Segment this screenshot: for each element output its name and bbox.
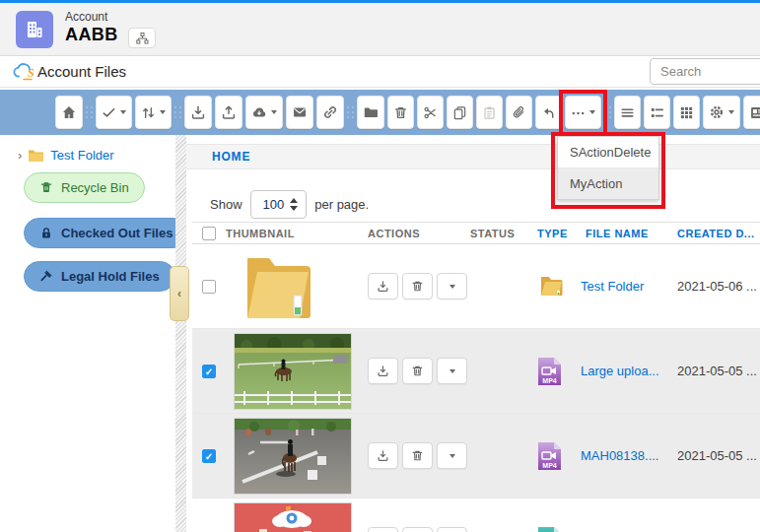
legal-hold-files-label: Legal Hold Files xyxy=(61,269,160,284)
chevron-right-icon[interactable]: › xyxy=(18,148,22,163)
copy-button[interactable] xyxy=(447,96,473,129)
folder-icon xyxy=(28,149,44,163)
select-all-checkbox[interactable] xyxy=(202,227,216,240)
attach-button[interactable] xyxy=(506,96,532,129)
checked-out-files-label: Checked Out Files xyxy=(61,226,173,240)
toolbar-separator xyxy=(86,103,93,121)
row-checkbox[interactable] xyxy=(202,365,216,378)
detail-view-button[interactable] xyxy=(644,96,670,129)
lock-icon xyxy=(39,226,53,240)
col-thumbnail: THUMBNAIL xyxy=(226,228,346,239)
new-folder-button[interactable] xyxy=(357,96,384,129)
sidebar-folder-label[interactable]: Test Folder xyxy=(50,148,113,163)
menu-item-sactiondelete[interactable]: SActionDelete xyxy=(558,137,658,168)
col-created-date[interactable]: CREATED D... xyxy=(677,228,760,239)
recycle-bin-button[interactable]: Recycle Bin xyxy=(24,172,145,203)
breadcrumb-home[interactable]: HOME xyxy=(212,150,250,164)
email-button[interactable] xyxy=(286,96,313,129)
sidebar-splitter[interactable] xyxy=(175,135,186,532)
email-icon xyxy=(292,104,308,120)
upload-button[interactable] xyxy=(215,96,242,129)
file-name-link[interactable]: Test Folder xyxy=(581,279,677,294)
download-button[interactable] xyxy=(184,96,212,129)
more-actions-button[interactable] xyxy=(565,96,601,129)
svg-text:S: S xyxy=(28,66,35,80)
cut-button[interactable] xyxy=(417,96,444,129)
paste-button[interactable] xyxy=(476,96,503,129)
row-download-button[interactable] xyxy=(368,527,398,532)
thumbnail-horse-field-video[interactable] xyxy=(234,333,352,410)
trash-icon xyxy=(411,449,424,462)
download-icon xyxy=(377,280,389,293)
row-download-button[interactable] xyxy=(368,273,398,299)
row-delete-button[interactable] xyxy=(402,527,433,532)
cloud-download-button[interactable] xyxy=(245,96,283,129)
file-name-link[interactable]: MAH08138.... xyxy=(581,448,677,463)
select-all-button[interactable] xyxy=(96,96,132,129)
row-actions xyxy=(368,358,470,384)
sidebar-collapse-handle[interactable]: ‹ xyxy=(170,266,189,321)
step-down-icon[interactable] xyxy=(290,206,298,211)
col-actions: ACTIONS xyxy=(368,228,470,239)
row-more-button[interactable] xyxy=(437,527,467,532)
row-actions xyxy=(368,442,470,469)
paste-icon xyxy=(482,105,497,120)
row-download-button[interactable] xyxy=(368,358,398,384)
step-up-icon[interactable] xyxy=(290,198,298,203)
thumbnail-folder[interactable] xyxy=(234,250,318,323)
account-files-page: Account AABB S Account Files xyxy=(0,0,760,532)
page-size-value: 100 xyxy=(251,197,291,212)
sort-button[interactable] xyxy=(135,96,172,129)
record-header: Account AABB xyxy=(0,3,760,56)
move-arrow-icon xyxy=(541,105,556,120)
home-button[interactable] xyxy=(55,96,83,129)
row-actions xyxy=(368,273,470,299)
move-button[interactable] xyxy=(535,96,562,129)
col-file-name[interactable]: FILE NAME xyxy=(586,228,677,239)
thumbnail-horse-arena-video[interactable] xyxy=(234,418,352,495)
chevron-down-icon xyxy=(449,369,455,373)
link-button[interactable] xyxy=(316,96,344,129)
card-view-button[interactable] xyxy=(743,96,760,129)
breadcrumb-bar: HOME xyxy=(186,144,760,169)
search-input[interactable] xyxy=(650,58,760,85)
account-entity-icon xyxy=(16,11,53,48)
grid-view-button[interactable] xyxy=(673,96,700,129)
row-more-button[interactable] xyxy=(437,273,467,299)
created-date: 2021-05-05 ... xyxy=(677,448,760,463)
row-delete-button[interactable] xyxy=(402,358,433,384)
thumbnail-employee-illustration[interactable] xyxy=(234,502,352,532)
table-body: Test Folder 2021-05-06 ... xyxy=(192,244,760,532)
hierarchy-icon xyxy=(136,33,149,44)
trash-icon xyxy=(411,280,424,293)
delete-button[interactable] xyxy=(387,96,414,129)
row-download-button[interactable] xyxy=(368,442,398,469)
row-delete-button[interactable] xyxy=(402,442,433,469)
row-more-button[interactable] xyxy=(437,442,467,469)
grid-icon xyxy=(679,105,694,120)
file-name-link[interactable]: Large uploa... xyxy=(581,364,677,378)
entity-label: Account xyxy=(65,10,107,24)
row-more-button[interactable] xyxy=(437,358,467,384)
list-view-button[interactable] xyxy=(614,96,641,129)
chevron-down-icon xyxy=(728,110,734,114)
row-delete-button[interactable] xyxy=(402,273,433,299)
download-icon xyxy=(377,449,389,462)
view-hierarchy-button[interactable] xyxy=(128,28,156,48)
row-checkbox[interactable] xyxy=(202,449,216,463)
stepper-arrows[interactable] xyxy=(290,198,306,211)
files-cloud-logo-icon: S xyxy=(12,61,37,85)
gavel-icon xyxy=(39,269,53,284)
type-folder-icon xyxy=(537,274,565,299)
legal-hold-files-button[interactable]: Legal Hold Files xyxy=(24,261,175,292)
settings-button[interactable] xyxy=(703,96,740,129)
page-size-stepper[interactable]: 100 xyxy=(250,190,308,219)
col-type[interactable]: TYPE xyxy=(537,228,581,239)
chevron-down-icon xyxy=(271,110,277,114)
created-date: 2021-05-05 ... xyxy=(677,364,760,378)
checked-out-files-button[interactable]: Checked Out Files xyxy=(24,218,188,248)
menu-item-myaction[interactable]: MyAction xyxy=(558,168,658,199)
sidebar-item-test-folder[interactable]: › Test Folder xyxy=(18,148,114,163)
row-checkbox[interactable] xyxy=(202,280,216,294)
row-actions xyxy=(368,527,470,532)
